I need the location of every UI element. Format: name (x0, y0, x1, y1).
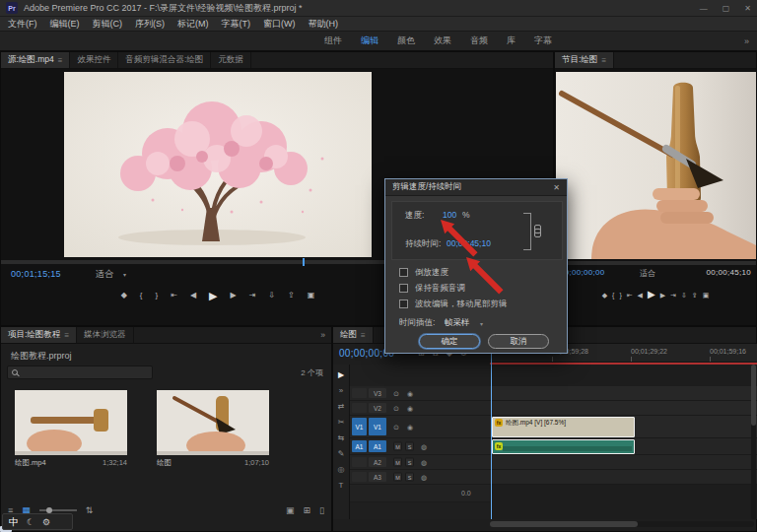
add-marker-icon[interactable]: ◆ (602, 292, 607, 299)
mark-out-icon[interactable]: } (619, 292, 621, 299)
new-item-icon[interactable]: ⊞ (304, 505, 311, 515)
menu-file[interactable]: 文件(F) (8, 18, 37, 31)
source-patch-v1[interactable]: V1 (352, 418, 367, 435)
panel-menu-icon[interactable]: ≡ (361, 331, 366, 340)
workspace-tab-color[interactable]: 颜色 (397, 34, 415, 47)
eye-icon[interactable]: ◉ (407, 424, 413, 431)
mute-button[interactable]: M (393, 458, 402, 467)
play-icon[interactable]: ▶ (648, 290, 655, 299)
reverse-speed-checkbox[interactable] (399, 268, 408, 277)
menu-marker[interactable]: 标记(M) (177, 18, 209, 31)
mute-button[interactable]: M (393, 442, 402, 451)
scroll-thumb[interactable] (751, 365, 756, 426)
source-timecode[interactable]: 00;01;15;15 (11, 269, 61, 279)
tab-metadata[interactable]: 元数据 (211, 52, 251, 68)
selection-tool[interactable]: ▶ (338, 370, 344, 379)
go-to-in-icon[interactable]: ⇤ (171, 292, 177, 299)
go-to-out-icon[interactable]: ⇥ (670, 292, 676, 299)
slip-tool[interactable]: ⇆ (338, 433, 345, 442)
play-icon[interactable]: ▶ (209, 291, 217, 301)
go-to-in-icon[interactable]: ⇤ (627, 292, 633, 299)
panel-menu-icon[interactable]: ≡ (601, 56, 606, 65)
menu-title[interactable]: 字幕(T) (222, 18, 251, 31)
lane-v2[interactable] (490, 401, 757, 416)
ime-language-button[interactable]: 中 (9, 515, 19, 529)
program-zoom-select[interactable]: 适合 (640, 268, 655, 279)
source-zoom-select[interactable]: 适合 (96, 268, 113, 281)
tab-media-browser[interactable]: 媒体浏览器 (77, 327, 134, 343)
mark-out-icon[interactable]: } (156, 292, 159, 299)
mic-icon[interactable]: ◍ (421, 443, 427, 450)
tab-program[interactable]: 节目:绘图 ≡ (555, 52, 614, 68)
panel-menu-icon[interactable]: ≡ (58, 56, 63, 65)
workspace-tab-effects[interactable]: 效果 (434, 34, 451, 47)
workspace-tab-audio[interactable]: 音频 (470, 34, 488, 47)
eye-icon[interactable]: ◉ (407, 405, 413, 412)
ripple-edit-checkbox[interactable] (399, 299, 408, 308)
duration-value[interactable]: 00;00;45;10 (447, 238, 491, 248)
insert-icon[interactable]: ⇩ (268, 292, 275, 299)
pen-tool[interactable]: ✎ (338, 449, 345, 458)
add-marker-icon[interactable]: ◆ (121, 292, 127, 299)
track-name[interactable]: V3 (369, 388, 386, 398)
step-back-icon[interactable]: ◀ (638, 292, 643, 299)
solo-button[interactable]: S (405, 473, 414, 482)
track-name[interactable]: V2 (369, 403, 386, 413)
scroll-thumb[interactable] (490, 521, 638, 527)
tab-sequence[interactable]: 绘图 ≡ (333, 327, 374, 343)
mark-in-icon[interactable]: { (612, 292, 614, 299)
timeline-vscrollbar[interactable] (751, 365, 756, 519)
mute-button[interactable]: M (393, 473, 402, 482)
project-item-mp4[interactable]: 绘图.mp4 1;32;14 (15, 390, 127, 468)
tab-audio-clip-mixer[interactable]: 音频剪辑混合器:绘图 (118, 52, 211, 68)
mic-icon[interactable]: ◍ (421, 459, 427, 466)
cancel-button[interactable]: 取消 (488, 334, 549, 349)
sync-lock-icon[interactable]: ⊙ (393, 405, 399, 412)
step-forward-icon[interactable]: ▶ (231, 292, 237, 299)
extract-icon[interactable]: ⇪ (692, 292, 698, 299)
source-playhead[interactable] (303, 258, 305, 266)
track-name[interactable]: V1 (369, 418, 386, 435)
workspace-tab-libraries[interactable]: 库 (507, 34, 516, 47)
solo-button[interactable]: S (405, 442, 414, 451)
source-patch-a1[interactable]: A1 (352, 440, 367, 452)
menu-clip[interactable]: 剪辑(C) (93, 18, 123, 31)
panel-menu-icon[interactable]: ≡ (64, 331, 69, 340)
menu-help[interactable]: 帮助(H) (309, 18, 339, 31)
clip-name[interactable]: 绘图.mp4 (15, 458, 46, 468)
video-clip[interactable]: fx 绘图.mp4 [V] [67.5%] (492, 417, 635, 437)
export-frame-icon[interactable]: ▣ (703, 292, 710, 299)
panel-overflow-icon[interactable]: » (320, 327, 331, 343)
moon-icon[interactable]: ☾ (27, 517, 34, 527)
mark-in-icon[interactable]: { (140, 292, 143, 299)
sync-lock-icon[interactable]: ⊙ (393, 424, 399, 431)
speed-value[interactable]: 100 (443, 210, 456, 220)
new-bin-icon[interactable]: ▣ (286, 505, 295, 515)
export-frame-icon[interactable]: ▣ (308, 292, 315, 299)
program-scrubber[interactable] (555, 261, 756, 265)
ripple-edit-tool[interactable]: ⇄ (338, 402, 345, 411)
link-icon[interactable] (534, 225, 541, 237)
tab-effect-controls[interactable]: 效果控件 (70, 52, 118, 68)
lane-a3[interactable] (490, 470, 757, 485)
menu-edit[interactable]: 编辑(E) (50, 18, 80, 31)
search-input[interactable] (7, 366, 153, 379)
time-interpolation-select[interactable]: 帧采样 (445, 317, 470, 329)
master-gain[interactable]: 0.0 (461, 490, 471, 497)
sort-icon[interactable]: ⇅ (86, 505, 94, 515)
tab-source-clip[interactable]: 源:绘图.mp4 ≡ (1, 52, 70, 68)
type-tool[interactable]: T (339, 481, 344, 490)
track-select-tool[interactable]: » (339, 386, 343, 395)
go-to-out-icon[interactable]: ⇥ (249, 292, 256, 299)
playhead-line[interactable] (491, 354, 492, 519)
clip-name[interactable]: 绘图 (157, 458, 172, 468)
lane-v3[interactable] (490, 386, 757, 401)
lift-icon[interactable]: ⇩ (681, 292, 687, 299)
razor-tool[interactable]: ✂ (338, 418, 345, 427)
minimize-button[interactable]: — (700, 4, 708, 13)
menu-window[interactable]: 窗口(W) (263, 18, 296, 31)
zoom-slider[interactable] (39, 509, 77, 511)
hand-tool[interactable]: ◎ (338, 465, 345, 474)
close-icon[interactable]: ✕ (553, 183, 560, 192)
workspace-tab-assembly[interactable]: 组件 (324, 34, 342, 47)
